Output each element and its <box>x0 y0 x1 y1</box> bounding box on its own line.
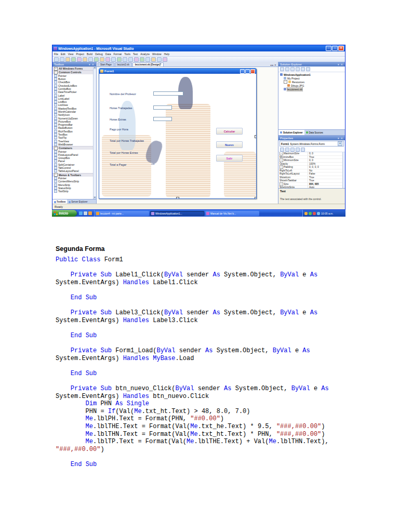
tree-item-leccionext-vb[interactable]: leccionext.vb <box>278 87 345 91</box>
properties-icon[interactable] <box>290 148 295 152</box>
doc-tab-leccion2-vb[interactable]: leccion2.vb <box>115 62 132 66</box>
menu-format[interactable]: Format <box>113 52 122 56</box>
expand-icon[interactable]: + <box>280 152 283 155</box>
property-pages-icon[interactable] <box>301 148 305 152</box>
menu-data[interactable]: Data <box>105 52 111 56</box>
toolbox-group-containers[interactable]: −Containers <box>52 146 93 150</box>
resize-handle-right[interactable] <box>255 135 256 138</box>
tree-item-my-project[interactable]: My Project <box>278 76 345 80</box>
media-player-icon[interactable] <box>88 211 92 215</box>
categorized-icon[interactable] <box>280 148 284 152</box>
tab-data-sources[interactable]: Data Sources <box>304 130 325 135</box>
menu-project[interactable]: Project <box>76 52 84 56</box>
object-selector[interactable]: Form1 System.Windows.Forms.Form ▾ <box>280 141 344 147</box>
menu-help[interactable]: Help <box>164 52 169 56</box>
navigate-backward-icon[interactable] <box>111 57 116 62</box>
view-class-diagram-icon[interactable] <box>306 67 310 71</box>
panel-header-buttons[interactable]: ▾ ✕ <box>338 137 343 140</box>
toolbox-group-common-controls[interactable]: −Common Controls <box>52 70 93 74</box>
show-all-files-icon[interactable] <box>285 67 289 71</box>
tree-item-resources[interactable]: −Resources <box>278 80 345 84</box>
properties-window-icon[interactable] <box>145 57 150 62</box>
designed-form[interactable]: Form1 Nombre <box>99 68 257 199</box>
start-button[interactable]: Inicio <box>52 210 77 217</box>
menu-view[interactable]: View <box>68 52 74 56</box>
form-textbox-nombre-del-profesor[interactable] <box>153 91 183 96</box>
cut-icon[interactable] <box>83 57 87 62</box>
doc-tab-leccionext-vb-design[interactable]: leccionext.vb [Design]* <box>132 62 164 66</box>
taskbar-button-windowsapplication1[interactable]: WindowsApplication1... <box>150 211 204 216</box>
break-all-icon[interactable] <box>128 57 133 62</box>
panel-header-buttons[interactable]: ▾ ✕ <box>338 63 343 66</box>
tray-icon[interactable] <box>313 212 316 215</box>
form-textbox-horas-trabajadas[interactable] <box>153 105 172 110</box>
doc-tab-start-page[interactable]: Start Page <box>98 62 114 66</box>
events-icon[interactable] <box>296 148 300 152</box>
undo-icon[interactable] <box>100 57 104 62</box>
view-designer-icon[interactable] <box>301 67 305 71</box>
toolbox-item-toolstrip[interactable]: ToolStrip <box>52 190 93 193</box>
expand-icon[interactable]: + <box>280 165 283 169</box>
taskbar-button-manual-de-vis-net-b[interactable]: Manual de Vis.Net b... <box>205 211 259 216</box>
solution-explorer-header[interactable]: Solution Explorer ▾ ✕ <box>278 62 345 66</box>
solution-explorer-icon[interactable] <box>140 57 144 62</box>
panel-header-buttons[interactable]: ▾ ✕ <box>89 63 95 66</box>
save-icon[interactable] <box>71 57 76 62</box>
toolbox-header[interactable]: Toolbox ▾ ✕ <box>52 62 96 66</box>
minimize-icon[interactable]: ─ <box>326 46 331 51</box>
add-item-icon[interactable] <box>60 57 64 62</box>
close-icon[interactable]: ✕ <box>338 46 344 51</box>
menu-file[interactable]: File <box>54 52 58 56</box>
property-row-sizegripstyle[interactable]: SizeGripStyleAuto <box>278 186 342 188</box>
command-window-icon[interactable] <box>163 57 167 62</box>
expand-icon[interactable]: + <box>280 158 283 162</box>
chevron-down-icon[interactable]: ▾ <box>338 141 342 146</box>
toolbox-scrollbar[interactable]: ▲▼ <box>93 66 96 199</box>
navigate-forward-icon[interactable] <box>117 57 122 62</box>
view-code-icon[interactable] <box>296 67 300 71</box>
menu-test[interactable]: Test <box>133 52 138 56</box>
expand-icon[interactable]: + <box>280 182 283 186</box>
form-button-nuevo[interactable]: Nuevo <box>216 141 243 148</box>
properties-icon[interactable] <box>280 67 284 71</box>
ie-icon[interactable] <box>79 211 83 215</box>
save-all-icon[interactable] <box>77 57 82 62</box>
scroll-down-icon[interactable]: ▼ <box>94 196 96 199</box>
tray-icon[interactable] <box>304 212 308 215</box>
menu-tools[interactable]: Tools <box>124 52 130 56</box>
expand-icon[interactable]: + <box>54 67 58 71</box>
redo-icon[interactable] <box>105 57 110 62</box>
show-desktop-icon[interactable] <box>84 211 87 215</box>
menu-edit[interactable]: Edit <box>61 52 65 56</box>
stop-debugging-icon[interactable] <box>134 57 139 62</box>
form-button-salir[interactable]: Salir <box>216 155 243 162</box>
toolbox-group-menus-toolbars[interactable]: −Menus & Toolbars <box>52 173 93 177</box>
open-file-icon[interactable] <box>65 57 70 62</box>
menu-debug[interactable]: Debug <box>95 52 103 56</box>
error-list-icon[interactable] <box>157 57 162 62</box>
refresh-icon[interactable] <box>290 67 295 71</box>
tree-item-dibujo-jpg[interactable]: Dibujo.JPG <box>278 84 345 87</box>
tab-solution-explorer[interactable]: Solution Explorer <box>278 130 304 135</box>
tray-icon[interactable] <box>317 212 320 215</box>
form-textbox-horas-extras[interactable] <box>153 117 172 121</box>
resize-handle-bottom[interactable] <box>176 197 179 198</box>
form-button-calcular[interactable]: Calcular <box>216 128 243 135</box>
toolbox-group-all-windows-forms[interactable]: +All Windows Forms <box>52 66 93 70</box>
menu-window[interactable]: Window <box>152 52 162 56</box>
menu-analyze[interactable]: Analyze <box>140 52 150 56</box>
tab-scroll-close-icons[interactable]: ◂ ▸ ✕ <box>269 63 278 66</box>
tree-item-windowsapplication1[interactable]: WindowsApplication1 <box>278 73 345 76</box>
collapse-icon[interactable]: − <box>284 80 287 84</box>
taskbar-button-leccion4-mi-parte[interactable]: leccion4 - mi parte... <box>95 211 149 216</box>
paste-icon[interactable] <box>94 57 99 62</box>
copy-icon[interactable] <box>88 57 93 62</box>
scroll-up-icon[interactable]: ▲ <box>94 66 96 69</box>
menu-build[interactable]: Build <box>87 52 92 56</box>
new-project-icon[interactable] <box>54 57 59 62</box>
properties-scrollbar[interactable] <box>342 152 345 188</box>
toolbox-window-icon[interactable] <box>151 57 156 62</box>
maximize-icon[interactable]: □ <box>332 46 338 51</box>
tray-icon[interactable] <box>309 212 312 215</box>
window-titlebar[interactable]: WindowsApplication1 - Microsoft Visual S… <box>52 45 345 51</box>
